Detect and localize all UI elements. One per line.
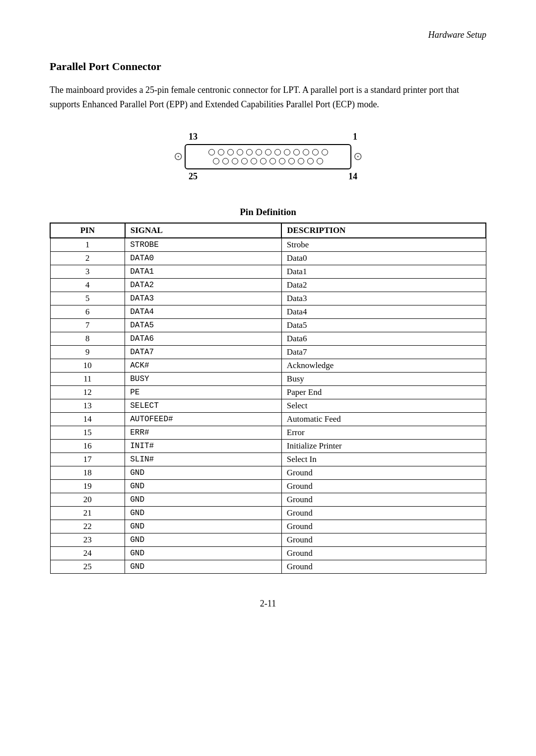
cell-description: Automatic Feed <box>281 412 486 426</box>
table-row: 18GNDGround <box>50 466 486 479</box>
cell-description: Strobe <box>281 238 486 252</box>
cell-pin: 14 <box>50 412 125 426</box>
table-row: 24GNDGround <box>50 546 486 560</box>
cell-description: Paper End <box>281 385 486 399</box>
cell-pin: 19 <box>50 479 125 493</box>
cell-description: Data5 <box>281 318 486 332</box>
cell-description: Select In <box>281 453 486 466</box>
pin-row-top <box>191 149 345 155</box>
cell-pin: 12 <box>50 385 125 399</box>
pin-circle <box>284 149 290 155</box>
pin-row-bottom <box>191 158 345 164</box>
cell-pin: 10 <box>50 359 125 372</box>
table-row: 25GNDGround <box>50 560 486 573</box>
cell-signal: DATA1 <box>125 265 282 278</box>
pin-circle <box>269 158 276 164</box>
table-row: 5DATA3Data3 <box>50 292 486 305</box>
table-row: 19GNDGround <box>50 479 486 493</box>
cell-signal: GND <box>125 466 282 479</box>
cell-pin: 7 <box>50 318 125 332</box>
table-row: 6DATA4Data4 <box>50 305 486 318</box>
cell-pin: 24 <box>50 546 125 560</box>
cell-signal: GND <box>125 546 282 560</box>
cell-description: Data3 <box>281 292 486 305</box>
cell-signal: DATA2 <box>125 278 282 292</box>
cell-pin: 21 <box>50 506 125 520</box>
cell-signal: ERR# <box>125 426 282 439</box>
connector-diagram: 13 1 ⊙ <box>174 132 362 182</box>
table-row: 14AUTOFEED#Automatic Feed <box>50 412 486 426</box>
cell-signal: DATA6 <box>125 332 282 345</box>
cell-description: Ground <box>281 479 486 493</box>
cell-description: Ground <box>281 466 486 479</box>
table-row: 7DATA5Data5 <box>50 318 486 332</box>
cell-description: Data2 <box>281 278 486 292</box>
cell-description: Ground <box>281 546 486 560</box>
cell-signal: INIT# <box>125 439 282 453</box>
cell-signal: DATA7 <box>125 345 282 359</box>
body-text: The mainboard provides a 25-pin female c… <box>50 83 486 112</box>
cell-pin: 25 <box>50 560 125 573</box>
cell-description: Data4 <box>281 305 486 318</box>
cell-pin: 13 <box>50 399 125 412</box>
cell-description: Busy <box>281 372 486 385</box>
pin-circle <box>274 149 281 155</box>
cell-description: Select <box>281 399 486 412</box>
cell-pin: 5 <box>50 292 125 305</box>
cell-description: Data6 <box>281 332 486 345</box>
table-row: 8DATA6Data6 <box>50 332 486 345</box>
cell-description: Ground <box>281 520 486 533</box>
cell-pin: 6 <box>50 305 125 318</box>
cell-signal: GND <box>125 506 282 520</box>
page-footer: 2-11 <box>50 599 486 609</box>
cell-description: Data1 <box>281 265 486 278</box>
pin-circle <box>246 149 253 155</box>
table-row: 4DATA2Data2 <box>50 278 486 292</box>
col-header-pin: PIN <box>50 223 125 238</box>
pin-circle <box>307 158 314 164</box>
cell-description: Initialize Printer <box>281 439 486 453</box>
pin-circle <box>251 158 257 164</box>
cell-pin: 22 <box>50 520 125 533</box>
cell-pin: 17 <box>50 453 125 466</box>
cell-pin: 23 <box>50 533 125 546</box>
table-row: 16INIT#Initialize Printer <box>50 439 486 453</box>
cell-description: Ground <box>281 560 486 573</box>
col-header-description: DESCRIPTION <box>281 223 486 238</box>
table-row: 23GNDGround <box>50 533 486 546</box>
pin-circle <box>256 149 262 155</box>
cell-signal: AUTOFEED# <box>125 412 282 426</box>
pin-definition-title: Pin Definition <box>50 207 486 218</box>
section-title: Parallel Port Connector <box>50 60 486 73</box>
cell-signal: PE <box>125 385 282 399</box>
table-row: 13SELECTSelect <box>50 399 486 412</box>
cell-signal: DATA0 <box>125 251 282 265</box>
table-row: 21GNDGround <box>50 506 486 520</box>
cell-pin: 9 <box>50 345 125 359</box>
cell-description: Acknowledge <box>281 359 486 372</box>
table-row: 1STROBEStrobe <box>50 238 486 252</box>
cell-signal: GND <box>125 493 282 506</box>
table-header-row: PIN SIGNAL DESCRIPTION <box>50 223 486 238</box>
cell-signal: BUSY <box>125 372 282 385</box>
cell-pin: 1 <box>50 238 125 252</box>
table-row: 15ERR#Error <box>50 426 486 439</box>
page-container: Hardware Setup Parallel Port Connector T… <box>0 0 536 756</box>
cell-pin: 11 <box>50 372 125 385</box>
pin-circle <box>265 149 271 155</box>
page-number: 2-11 <box>260 599 276 608</box>
pin-labels-bottom: 25 14 <box>189 171 357 182</box>
pin-circle <box>322 149 328 155</box>
pin-labels-top: 13 1 <box>189 132 357 142</box>
connector-mount-right: ⊙ <box>353 150 362 163</box>
pin-bottom-left-label: 25 <box>189 171 198 182</box>
pin-circle <box>237 149 243 155</box>
cell-pin: 16 <box>50 439 125 453</box>
cell-signal: DATA5 <box>125 318 282 332</box>
pin-circle <box>312 149 319 155</box>
cell-signal: GND <box>125 560 282 573</box>
cell-signal: DATA3 <box>125 292 282 305</box>
cell-signal: GND <box>125 520 282 533</box>
cell-signal: GND <box>125 479 282 493</box>
cell-pin: 20 <box>50 493 125 506</box>
